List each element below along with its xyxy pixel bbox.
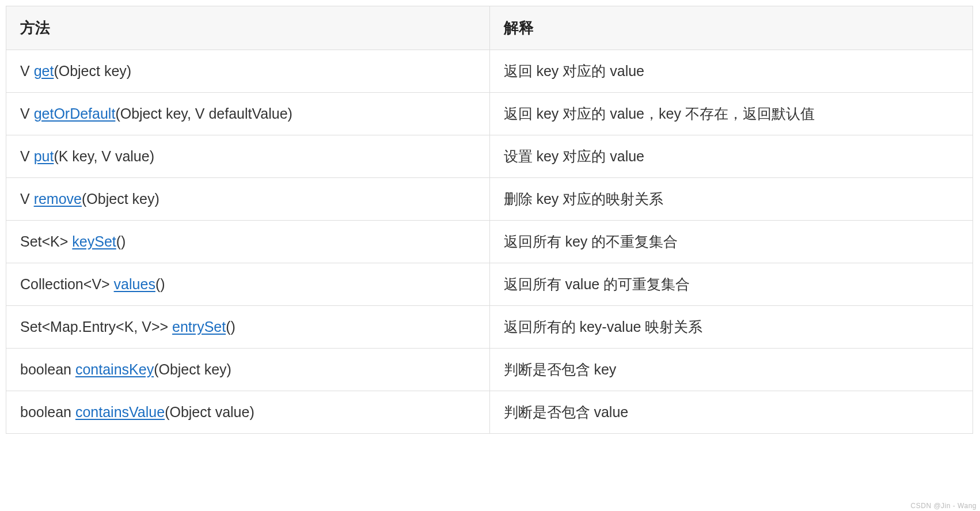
- table-row: V remove(Object key) 删除 key 对应的映射关系: [6, 178, 973, 221]
- method-suffix: (Object key): [54, 63, 131, 79]
- method-prefix: boolean: [20, 404, 75, 420]
- table-row: Set<Map.Entry<K, V>> entrySet() 返回所有的 ke…: [6, 306, 973, 349]
- method-link[interactable]: keySet: [72, 233, 116, 249]
- desc-cell: 删除 key 对应的映射关系: [489, 178, 973, 221]
- method-prefix: Set<K>: [20, 233, 72, 249]
- table-row: Collection<V> values() 返回所有 value 的可重复集合: [6, 263, 973, 306]
- table-row: boolean containsValue(Object value) 判断是否…: [6, 391, 973, 434]
- method-link[interactable]: containsKey: [75, 361, 154, 377]
- method-suffix: (Object key): [154, 361, 231, 377]
- method-suffix: (Object value): [165, 404, 255, 420]
- method-suffix: (K key, V value): [54, 148, 154, 164]
- method-prefix: Set<Map.Entry<K, V>>: [20, 319, 172, 335]
- table-row: V getOrDefault(Object key, V defaultValu…: [6, 93, 973, 135]
- desc-cell: 返回所有的 key-value 映射关系: [489, 306, 973, 349]
- desc-cell: 返回 key 对应的 value，key 不存在，返回默认值: [489, 93, 973, 135]
- method-suffix: (Object key, V defaultValue): [115, 105, 293, 122]
- table-header-row: 方法 解释: [6, 6, 973, 50]
- method-cell: boolean containsValue(Object value): [6, 391, 490, 434]
- method-link[interactable]: values: [114, 276, 155, 292]
- method-cell: boolean containsKey(Object key): [6, 349, 490, 391]
- method-link[interactable]: get: [34, 63, 54, 79]
- desc-cell: 判断是否包含 value: [489, 391, 973, 434]
- method-suffix: (): [226, 319, 235, 335]
- method-prefix: Collection<V>: [20, 276, 114, 292]
- table-row: V get(Object key) 返回 key 对应的 value: [6, 50, 973, 93]
- method-cell: Set<K> keySet(): [6, 221, 490, 263]
- table-row: boolean containsKey(Object key) 判断是否包含 k…: [6, 349, 973, 391]
- method-link[interactable]: getOrDefault: [34, 105, 116, 122]
- method-link[interactable]: containsValue: [75, 404, 165, 420]
- header-desc: 解释: [489, 6, 973, 50]
- desc-cell: 返回所有 value 的可重复集合: [489, 263, 973, 306]
- method-cell: V get(Object key): [6, 50, 490, 93]
- method-suffix: (Object key): [82, 191, 159, 207]
- method-cell: Collection<V> values(): [6, 263, 490, 306]
- method-cell: V remove(Object key): [6, 178, 490, 221]
- header-method: 方法: [6, 6, 490, 50]
- method-suffix: (): [155, 276, 165, 292]
- method-prefix: V: [20, 63, 34, 79]
- method-link[interactable]: remove: [34, 191, 82, 207]
- method-link[interactable]: entrySet: [172, 319, 226, 335]
- table-row: Set<K> keySet() 返回所有 key 的不重复集合: [6, 221, 973, 263]
- method-cell: Set<Map.Entry<K, V>> entrySet(): [6, 306, 490, 349]
- method-cell: V put(K key, V value): [6, 135, 490, 178]
- method-prefix: V: [20, 148, 34, 164]
- desc-cell: 判断是否包含 key: [489, 349, 973, 391]
- table-row: V put(K key, V value) 设置 key 对应的 value: [6, 135, 973, 178]
- desc-cell: 设置 key 对应的 value: [489, 135, 973, 178]
- api-table: 方法 解释 V get(Object key) 返回 key 对应的 value…: [6, 6, 973, 434]
- method-cell: V getOrDefault(Object key, V defaultValu…: [6, 93, 490, 135]
- method-prefix: V: [20, 191, 34, 207]
- desc-cell: 返回所有 key 的不重复集合: [489, 221, 973, 263]
- method-link[interactable]: put: [34, 148, 54, 164]
- desc-cell: 返回 key 对应的 value: [489, 50, 973, 93]
- method-prefix: V: [20, 105, 34, 122]
- method-suffix: (): [116, 233, 126, 249]
- method-prefix: boolean: [20, 361, 75, 377]
